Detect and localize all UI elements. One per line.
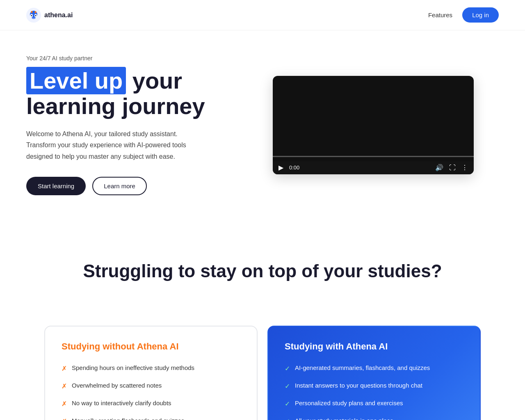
mute-icon[interactable]: 🔊 (435, 164, 443, 171)
learn-more-button[interactable]: Learn more (92, 177, 147, 195)
list-item: ✓Personalized study plans and exercises (285, 399, 463, 409)
list-item: ✗No way to interactively clarify doubts (62, 399, 240, 409)
more-options-icon[interactable]: ⋮ (461, 164, 468, 171)
video-time: 0:00 (289, 164, 429, 171)
login-button[interactable]: Log in (462, 7, 499, 23)
hero-description: Welcome to Athena AI, your tailored stud… (26, 128, 207, 162)
start-learning-button[interactable]: Start learning (26, 177, 86, 195)
card-with-title: Studying with Athena AI (285, 341, 463, 352)
hero-heading-highlight: Level up (26, 67, 126, 94)
hero-heading-line2: learning journey (26, 93, 205, 119)
struggling-section: Struggling to stay on top of your studie… (0, 228, 525, 326)
navbar: athena.ai Features Log in (0, 0, 525, 30)
list-item: ✗Spending hours on ineffective study met… (62, 363, 240, 374)
nav-right: Features Log in (428, 7, 499, 23)
hero-tagline: Your 24/7 AI study partner (26, 55, 231, 62)
x-icon: ✗ (62, 399, 67, 409)
fullscreen-icon[interactable]: ⛶ (449, 164, 456, 171)
hero-content: Your 24/7 AI study partner Level up your… (26, 55, 231, 195)
svg-point-4 (31, 15, 32, 16)
check-icon: ✓ (285, 417, 290, 420)
list-item: ✓AI-generated summaries, flashcards, and… (285, 363, 463, 374)
struggling-heading: Struggling to stay on top of your studie… (26, 261, 499, 281)
x-icon: ✗ (62, 417, 67, 420)
list-item: ✗Overwhelmed by scattered notes (62, 381, 240, 391)
card-with: Studying with Athena AI ✓AI-generated su… (267, 326, 481, 420)
svg-point-5 (35, 15, 37, 16)
hero-heading-rest: your (126, 68, 182, 94)
card-without-list: ✗Spending hours on ineffective study met… (62, 363, 240, 420)
hero-section: Your 24/7 AI study partner Level up your… (0, 30, 525, 228)
list-item: ✓All your study materials in one place (285, 416, 463, 420)
play-icon[interactable]: ▶ (278, 164, 283, 171)
card-without-title: Studying without Athena AI (62, 341, 240, 352)
x-icon: ✗ (62, 364, 67, 374)
x-icon: ✗ (62, 381, 67, 391)
hero-media: ▶ 0:00 🔊 ⛶ ⋮ (248, 76, 499, 174)
comparison-section: Studying without Athena AI ✗Spending hou… (0, 326, 525, 420)
check-icon: ✓ (285, 364, 290, 374)
video-player[interactable]: ▶ 0:00 🔊 ⛶ ⋮ (273, 76, 474, 174)
check-icon: ✓ (285, 381, 290, 391)
logo-icon (26, 8, 41, 23)
hero-heading: Level up your learning journey (26, 68, 231, 119)
logo-text: athena.ai (44, 11, 73, 19)
hero-buttons: Start learning Learn more (26, 177, 231, 195)
check-icon: ✓ (285, 399, 290, 409)
video-progress-bar[interactable] (273, 156, 474, 157)
features-link[interactable]: Features (428, 11, 452, 18)
list-item: ✗Manually creating flashcards and quizze… (62, 416, 240, 420)
card-without: Studying without Athena AI ✗Spending hou… (44, 326, 258, 420)
list-item: ✓Instant answers to your questions throu… (285, 381, 463, 391)
card-with-list: ✓AI-generated summaries, flashcards, and… (285, 363, 463, 420)
logo[interactable]: athena.ai (26, 8, 73, 23)
video-controls: ▶ 0:00 🔊 ⛶ ⋮ (273, 161, 474, 174)
